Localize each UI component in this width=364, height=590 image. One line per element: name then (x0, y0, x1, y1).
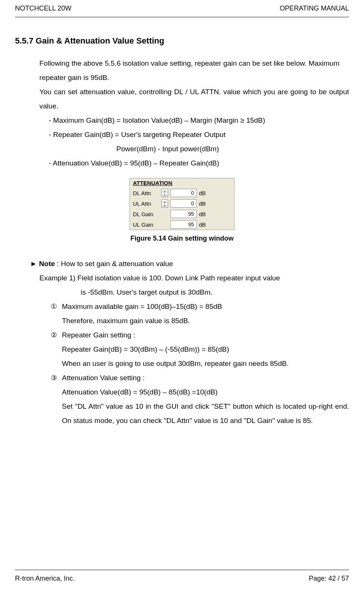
page-footer: R-tron America, Inc. Page: 42 / 57 (15, 570, 349, 582)
attn-row-dl-gain: DL Gain 95 dB (130, 209, 234, 219)
header-left: NOTCHCELL 20W (15, 5, 71, 12)
attn-unit: dB (199, 211, 210, 217)
circled-content: Attenuation Value setting : (62, 371, 349, 385)
section-title: 5.5.7 Gain & Attenuation Value Setting (15, 36, 349, 46)
circled-sub: Attenuation Value(dB) = 95(dB) – 85(dB) … (62, 385, 349, 399)
bullet-repeater-gain: - Repeater Gain(dB) = User's targeting R… (49, 128, 349, 142)
circled-number: ② (51, 328, 62, 342)
attn-row-ul-gain: UL Gain 95 dB (130, 219, 234, 230)
circled-sub: When an user is going to use output 30dB… (62, 357, 349, 371)
note-title: ► Note : How to set gain & attenuation v… (30, 257, 349, 271)
circled-number: ③ (51, 371, 62, 385)
spinner-control[interactable]: ▲ ▼ (161, 199, 168, 208)
note-arrow: ► (30, 260, 39, 268)
circled-content: Repeater Gain setting : (62, 328, 349, 342)
attn-value-readonly: 95 (170, 210, 197, 218)
circled-item-3: ③ Attenuation Value setting : (51, 371, 349, 385)
circled-sub: Therefore, maximum gain value is 85dB. (62, 314, 349, 328)
attn-unit: dB (199, 200, 210, 207)
attn-unit: dB (199, 190, 210, 196)
example-line: Example 1) Field isolation value is 100.… (39, 271, 349, 285)
circled-item-1: ① Maximum available gain = 100(dB)–15(dB… (51, 300, 349, 314)
spinner-control[interactable]: ▲ ▼ (161, 189, 168, 197)
attn-value-input[interactable]: 0 (170, 199, 197, 208)
circled-content: Maximum available gain = 100(dB)–15(dB) … (62, 300, 349, 314)
spinner-down-icon[interactable]: ▼ (162, 193, 168, 197)
attn-label: DL Attn (133, 190, 159, 196)
footer-right: Page: 42 / 57 (309, 575, 349, 582)
bullet-attenuation: - Attenuation Value(dB) = 95(dB) – Repea… (49, 156, 349, 170)
note-bold: Note (39, 260, 55, 268)
spinner-up-icon[interactable]: ▲ (162, 200, 168, 203)
attn-row-dl-attn: DL Attn ▲ ▼ 0 dB (130, 188, 234, 198)
attn-row-ul-attn: UL Attn ▲ ▼ 0 dB (130, 198, 234, 209)
attenuation-window: ATTENUATION DL Attn ▲ ▼ 0 dB UL Attn ▲ ▼… (129, 178, 235, 230)
attn-label: UL Attn (133, 200, 159, 207)
paragraph-2: You can set attenuation value, controlli… (39, 85, 349, 113)
attn-label: DL Gain (133, 211, 159, 217)
page-header: NOTCHCELL 20W OPERATING MANUAL (15, 0, 349, 17)
circled-sub: Repeater Gain(dB) = 30(dBm) – (-55(dBm))… (62, 342, 349, 357)
attn-unit: dB (199, 221, 210, 228)
paragraph-1: Following the above 5.5.6 isolation valu… (39, 56, 349, 85)
bullet-max-gain: - Maximum Gain(dB) = Isolation Value(dB)… (49, 113, 349, 128)
attenuation-window-title: ATTENUATION (130, 178, 234, 188)
page-content: 5.5.7 Gain & Attenuation Value Setting F… (15, 17, 349, 428)
note-rest: : How to set gain & attenuation value (55, 260, 173, 268)
attn-value-readonly: 95 (170, 220, 197, 229)
bullet-repeater-gain-cont: Power(dBm) - Input power(dBm) (116, 142, 349, 156)
header-right: OPERATING MANUAL (280, 5, 349, 12)
circled-number: ① (51, 300, 62, 314)
spinner-down-icon[interactable]: ▼ (162, 203, 168, 207)
circled-sub: Set "DL Attn" value as 10 in the GUI and… (62, 399, 349, 428)
figure-caption: Figure 5.14 Gain setting window (15, 235, 349, 242)
spinner-up-icon[interactable]: ▲ (162, 189, 168, 193)
attn-label: UL Gain (133, 221, 159, 228)
attn-value-input[interactable]: 0 (170, 189, 197, 197)
example-line-cont: is -55dBm. User's target output is 30dBm… (81, 285, 349, 300)
footer-left: R-tron America, Inc. (15, 575, 75, 582)
circled-item-2: ② Repeater Gain setting : (51, 328, 349, 342)
